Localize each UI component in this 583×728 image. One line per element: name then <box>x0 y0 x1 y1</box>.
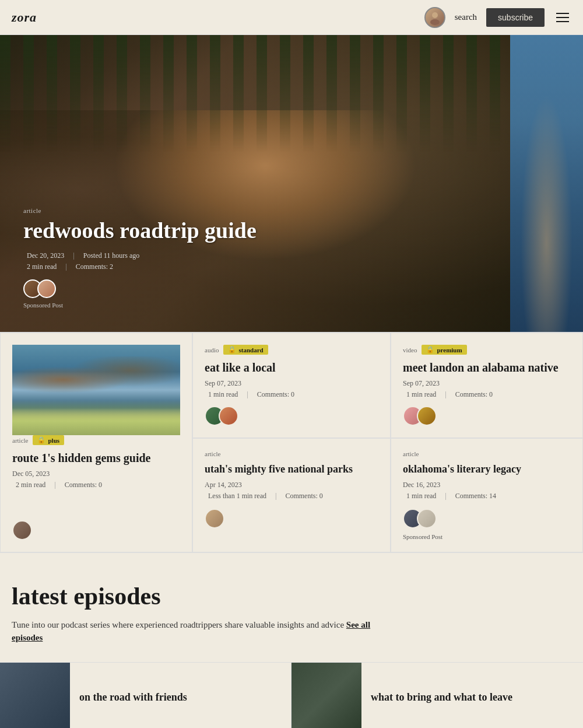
section-title-episodes: latest episodes <box>12 582 571 610</box>
card-tag-row-3: video 🔒 premium <box>403 345 571 355</box>
card-comments-route: Comments: 0 <box>65 481 102 489</box>
hero-read-meta: 2 min read | Comments: 2 <box>23 262 257 271</box>
hero-main[interactable]: article redwoods roadtrip guide Dec 20, … <box>0 35 510 332</box>
episode-title-2: what to bring and what to leave <box>371 691 512 704</box>
episode-info-1: on the road with friends <box>70 663 196 728</box>
card-comments-landon: Comments: 0 <box>455 390 493 398</box>
episode-cards-grid: on the road with friends what to bring a… <box>0 662 583 728</box>
hero-avatars <box>23 279 257 298</box>
badge-plus: 🔒 plus <box>33 435 64 445</box>
hamburger-line-2 <box>556 17 569 18</box>
episode-thumb-2 <box>292 663 361 728</box>
hamburger-line-3 <box>556 21 569 22</box>
episode-image-1 <box>0 663 70 728</box>
card-meta-oklahoma: 1 min read | Comments: 14 <box>403 492 571 501</box>
section-desc-text: Tune into our podcast series where exper… <box>12 620 344 629</box>
card-title-oklahoma: oklahoma's literary legacy <box>403 463 571 476</box>
card-read-landon: 1 min read <box>406 390 436 398</box>
hero-sponsored: Sponsored Post <box>23 302 257 309</box>
hero-read-time: 2 min read <box>27 262 57 271</box>
episode-image-2 <box>292 663 361 728</box>
card-avatars-utah <box>205 509 378 528</box>
card-avatars-eat <box>205 406 378 426</box>
card-tag-row-2: article 🔒 plus <box>12 435 180 445</box>
hero-overlay: article redwoods roadtrip guide Dec 20, … <box>23 207 257 309</box>
card-sponsored-oklahoma: Sponsored Post <box>403 533 571 540</box>
card-avatars-route <box>12 520 180 540</box>
card-eat-like-local[interactable]: audio 🔒 standard eat like a local Sep 07… <box>192 332 391 438</box>
episode-card-1[interactable]: on the road with friends <box>0 663 292 728</box>
card-type-audio: audio <box>205 346 219 354</box>
card-image-coastal <box>12 345 180 435</box>
badge-label: standard <box>238 346 263 354</box>
hero-side-image[interactable] <box>510 35 583 332</box>
card-avatar-eat-2 <box>219 406 238 426</box>
episode-thumb-1 <box>0 663 70 728</box>
site-header: zora search subscribe <box>0 0 583 35</box>
card-oklahoma[interactable]: article oklahoma's literary legacy Dec 1… <box>391 438 583 552</box>
card-avatar-route-1 <box>12 520 32 540</box>
hero-sep-2: | <box>65 262 66 271</box>
card-title-utah: utah's mighty five national parks <box>205 463 378 476</box>
hero-title: redwoods roadtrip guide <box>23 219 257 243</box>
card-meta-eat: 1 min read | Comments: 0 <box>205 390 378 399</box>
user-avatar[interactable] <box>424 7 445 28</box>
hero-posted: Posted 11 hours ago <box>83 251 140 260</box>
card-utah[interactable]: article utah's mighty five national park… <box>192 438 391 552</box>
card-comments-utah: Comments: 0 <box>285 492 322 500</box>
card-type-article: article <box>12 437 28 444</box>
card-type-video: video <box>403 346 417 354</box>
card-date-route: Dec 05, 2023 <box>12 470 180 478</box>
site-logo[interactable]: zora <box>12 10 37 25</box>
badge-label-plus: plus <box>48 437 59 444</box>
hero-section: article redwoods roadtrip guide Dec 20, … <box>0 35 583 332</box>
hero-date-meta: Dec 20, 2023 | Posted 11 hours ago <box>23 251 257 260</box>
episode-title-1: on the road with friends <box>79 691 187 704</box>
cards-grid: audio 🔒 standard eat like a local Sep 07… <box>0 332 583 553</box>
svg-point-1 <box>430 19 440 25</box>
hamburger-line-1 <box>556 13 569 14</box>
card-tag-row-5: article <box>403 450 571 457</box>
card-tag-row-1: audio 🔒 standard <box>205 345 378 355</box>
card-read-eat: 1 min read <box>208 390 238 398</box>
card-title-route: route 1's hidden gems guide <box>12 451 180 465</box>
card-meta-route: 2 min read | Comments: 0 <box>12 481 180 489</box>
subscribe-button[interactable]: subscribe <box>486 8 545 27</box>
section-desc-episodes: Tune into our podcast series where exper… <box>12 618 385 645</box>
card-date-oklahoma: Dec 16, 2023 <box>403 481 571 489</box>
hero-tag: article <box>23 207 257 214</box>
hero-avatar-2 <box>37 279 56 298</box>
card-type-oklahoma: article <box>403 450 419 457</box>
search-link[interactable]: search <box>455 12 477 22</box>
badge-premium: 🔒 premium <box>422 345 466 355</box>
card-avatar-oklahoma-2 <box>417 509 437 528</box>
card-date-landon: Sep 07, 2023 <box>403 379 571 388</box>
card-title-eat: eat like a local <box>205 360 378 374</box>
card-meet-landon[interactable]: video 🔒 premium meet landon an alabama n… <box>391 332 583 438</box>
card-read-utah: Less than 1 min read <box>208 492 266 500</box>
header-right: search subscribe <box>424 7 571 28</box>
hamburger-menu[interactable] <box>554 10 571 24</box>
card-date-eat: Sep 07, 2023 <box>205 379 378 388</box>
svg-point-0 <box>432 12 438 18</box>
card-meta-utah: Less than 1 min read | Comments: 0 <box>205 492 378 501</box>
card-meta-landon: 1 min read | Comments: 0 <box>403 390 571 399</box>
card-tag-row-4: article <box>205 450 378 457</box>
card-comments-eat: Comments: 0 <box>257 390 294 398</box>
card-read-route: 2 min read <box>16 481 45 489</box>
badge-icon: 🔒 <box>228 346 236 354</box>
card-title-landon: meet landon an alabama native <box>403 360 571 374</box>
card-avatar-utah-1 <box>205 509 224 528</box>
card-route-1[interactable]: article 🔒 plus route 1's hidden gems gui… <box>0 332 192 552</box>
episode-card-2[interactable]: what to bring and what to leave <box>292 663 583 728</box>
badge-standard: 🔒 standard <box>223 345 268 355</box>
hero-comments: Comments: 2 <box>76 262 113 271</box>
episode-info-2: what to bring and what to leave <box>361 663 522 728</box>
hero-sep-1: | <box>73 251 74 260</box>
card-avatar-landon-2 <box>417 406 437 426</box>
card-comments-oklahoma: Comments: 14 <box>455 492 496 500</box>
card-read-oklahoma: 1 min read <box>406 492 436 500</box>
card-type-utah: article <box>205 450 220 457</box>
card-avatars-oklahoma <box>403 509 571 528</box>
badge-label-premium: premium <box>437 346 462 354</box>
